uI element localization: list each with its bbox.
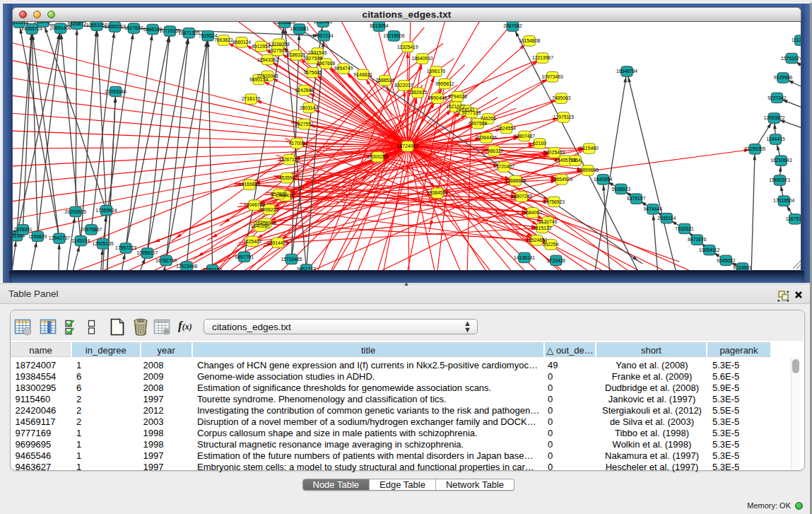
svg-text:15720407: 15720407 (493, 164, 514, 169)
svg-text:1696176: 1696176 (427, 69, 446, 74)
svg-text:1527602: 1527602 (124, 25, 143, 30)
svg-text:19654923: 19654923 (551, 177, 572, 182)
svg-text:19166825: 19166825 (239, 182, 260, 187)
svg-text:9242848: 9242848 (295, 88, 314, 93)
svg-text:62160: 62160 (533, 141, 546, 146)
svg-text:16033809: 16033809 (274, 22, 295, 25)
svg-text:15692971: 15692971 (769, 177, 790, 182)
svg-text:6497568: 6497568 (469, 121, 488, 126)
svg-text:16154808: 16154808 (519, 38, 540, 43)
svg-text:9129966: 9129966 (774, 75, 793, 80)
svg-text:1615132: 1615132 (533, 226, 552, 230)
svg-text:857833: 857833 (271, 192, 287, 197)
svg-text:18807249: 18807249 (511, 194, 532, 199)
svg-text:20364436: 20364436 (476, 135, 497, 140)
svg-text:9327508: 9327508 (303, 56, 322, 61)
svg-text:12975115: 12975115 (553, 115, 575, 119)
svg-text:1640999: 1640999 (251, 223, 270, 228)
svg-text:9794028: 9794028 (448, 94, 467, 99)
svg-text:9327505: 9327505 (269, 48, 288, 53)
svg-text:10899695: 10899695 (577, 168, 599, 173)
svg-text:2935114: 2935114 (657, 216, 676, 221)
svg-text:11325419: 11325419 (397, 45, 418, 49)
svg-text:6120746: 6120746 (539, 219, 558, 224)
svg-text:8660124: 8660124 (233, 40, 252, 45)
svg-text:9227342: 9227342 (767, 95, 787, 100)
svg-text:9224501: 9224501 (733, 265, 752, 270)
svg-text:12093872: 12093872 (763, 115, 784, 120)
svg-text:1936457: 1936457 (34, 22, 53, 24)
svg-text:16671355: 16671355 (178, 30, 199, 35)
svg-text:3188242: 3188242 (13, 230, 16, 235)
svg-text:21053346: 21053346 (105, 89, 126, 94)
svg-text:9457213: 9457213 (297, 267, 316, 270)
svg-text:9684067: 9684067 (523, 210, 542, 215)
svg-text:7625402: 7625402 (243, 239, 262, 244)
svg-text:19218506: 19218506 (383, 33, 404, 38)
svg-text:1640954: 1640954 (594, 177, 613, 182)
svg-text:1244415: 1244415 (766, 136, 785, 141)
svg-text:16210643: 16210643 (770, 158, 792, 163)
svg-text:8454749: 8454749 (334, 66, 353, 71)
svg-text:6990448: 6990448 (428, 95, 447, 100)
svg-text:18300295: 18300295 (367, 154, 388, 159)
svg-text:3624554: 3624554 (497, 126, 516, 131)
svg-text:1362615: 1362615 (408, 90, 428, 95)
svg-text:19384554: 19384554 (427, 190, 448, 195)
svg-text:32159355: 32159355 (744, 146, 765, 151)
svg-text:1292432: 1292432 (203, 267, 222, 270)
svg-text:5938923: 5938923 (611, 187, 630, 192)
svg-text:2331546: 2331546 (308, 50, 327, 55)
svg-text:12213967: 12213967 (532, 55, 553, 60)
svg-text:2015374: 2015374 (13, 22, 28, 25)
svg-text:2335051: 2335051 (13, 227, 33, 232)
svg-text:10025433: 10025433 (543, 150, 565, 155)
svg-text:10655267: 10655267 (104, 24, 125, 29)
svg-text:8235461: 8235461 (314, 22, 333, 24)
svg-text:9457791: 9457791 (235, 255, 254, 259)
svg-text:10688609: 10688609 (505, 178, 526, 183)
svg-text:13267110: 13267110 (278, 157, 300, 162)
svg-text:1156829: 1156829 (28, 234, 47, 239)
svg-text:15751074: 15751074 (781, 56, 801, 61)
svg-text:17359924: 17359924 (95, 208, 117, 213)
svg-text:16782759: 16782759 (155, 258, 177, 263)
svg-text:8427552: 8427552 (295, 122, 314, 127)
svg-text:18640910: 18640910 (411, 56, 433, 61)
svg-text:18724007: 18724007 (397, 144, 418, 148)
svg-text:8813054: 8813054 (370, 23, 389, 28)
svg-text:14136141: 14136141 (514, 255, 535, 260)
svg-text:1803381: 1803381 (290, 26, 309, 31)
svg-text:12505135: 12505135 (92, 241, 113, 246)
svg-text:7588520: 7588520 (375, 78, 394, 83)
svg-text:13226058: 13226058 (268, 42, 289, 47)
svg-text:9890154: 9890154 (249, 77, 269, 82)
svg-text:9777169: 9777169 (462, 110, 481, 115)
svg-text:9115460: 9115460 (580, 146, 599, 151)
svg-text:7632621: 7632621 (675, 226, 694, 231)
svg-text:9474444: 9474444 (643, 206, 662, 211)
svg-text:10807487: 10807487 (514, 134, 535, 139)
svg-text:3498222: 3498222 (260, 207, 279, 212)
svg-text:15716485: 15716485 (281, 257, 302, 262)
svg-text:7663822: 7663822 (214, 37, 233, 42)
svg-text:1145194: 1145194 (71, 238, 90, 243)
svg-text:9245052: 9245052 (717, 258, 736, 263)
svg-text:2967608: 2967608 (317, 61, 336, 66)
svg-text:20975867: 20975867 (81, 227, 102, 232)
svg-text:20206535: 20206535 (65, 209, 86, 214)
svg-text:12923448: 12923448 (176, 264, 197, 269)
svg-text:1112543: 1112543 (792, 37, 801, 42)
svg-text:8322037: 8322037 (394, 83, 413, 88)
svg-text:24055724: 24055724 (21, 26, 42, 31)
svg-text:20691406: 20691406 (49, 25, 71, 30)
svg-text:7485063: 7485063 (552, 95, 571, 100)
svg-text:10654112: 10654112 (699, 247, 720, 252)
svg-text:1364: 1364 (570, 158, 581, 163)
svg-text:2718176: 2718176 (242, 96, 261, 101)
svg-text:12942737: 12942737 (49, 235, 70, 240)
svg-text:9146821: 9146821 (354, 72, 373, 77)
svg-text:7986322: 7986322 (485, 148, 504, 153)
svg-text:2087682: 2087682 (503, 23, 522, 28)
svg-text:9635872: 9635872 (68, 22, 87, 26)
